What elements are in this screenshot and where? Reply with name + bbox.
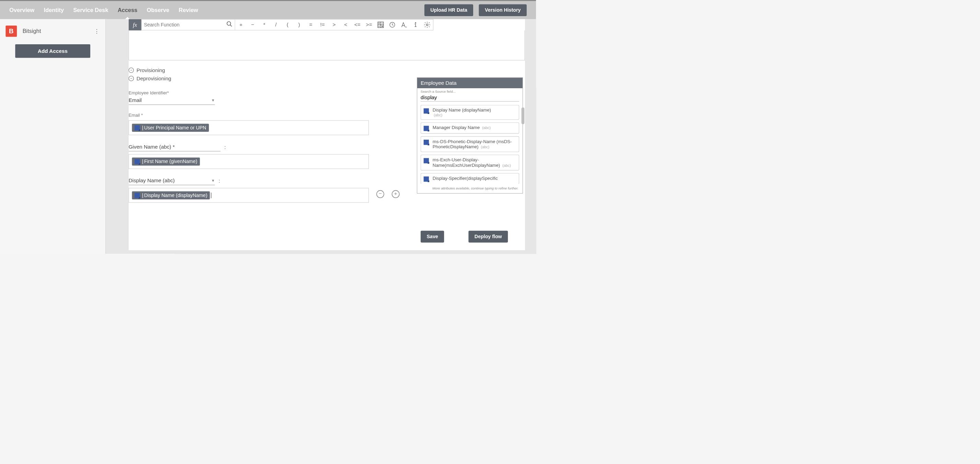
add-mapping-button[interactable]: +	[392, 190, 400, 198]
source-icon	[135, 125, 140, 131]
field-item[interactable]: Manager Display Name (abc)	[421, 123, 519, 134]
deploy-flow-button[interactable]: Deploy flow	[468, 231, 508, 242]
op-multiply[interactable]: *	[258, 22, 270, 28]
source-icon	[424, 108, 429, 113]
op-divide[interactable]: /	[270, 22, 282, 28]
add-access-button[interactable]: Add Access	[15, 44, 90, 57]
op-plus[interactable]: +	[235, 22, 247, 28]
collapse-icon[interactable]: −	[129, 76, 134, 81]
info-icon[interactable]	[410, 21, 422, 28]
kebab-icon[interactable]: ⋮	[94, 28, 100, 34]
app-name: Bitsight	[23, 28, 94, 35]
function-search	[142, 19, 235, 30]
op-eq[interactable]: =	[305, 22, 317, 28]
op-rparen[interactable]: )	[293, 22, 305, 28]
fx-label: fx	[129, 19, 142, 30]
source-search-input[interactable]	[421, 94, 519, 102]
scrollbar-thumb[interactable]	[522, 107, 525, 124]
content-area: fx + − * / ( ) = != > <	[106, 19, 536, 254]
field-item[interactable]: ms-DS-Phonetic-Display-Name (msDS-Phonet…	[421, 136, 519, 152]
source-icon	[135, 159, 140, 164]
formula-textarea[interactable]	[129, 30, 525, 61]
nav-bar: Overview Identity Service Desk Access Ob…	[0, 1, 536, 19]
op-lte[interactable]: <=	[352, 22, 363, 28]
source-icon	[424, 158, 429, 163]
search-function-input[interactable]	[144, 22, 226, 28]
action-row: Save Deploy flow	[421, 231, 508, 242]
field-item[interactable]: Display Name (displayName) (abc)	[421, 105, 519, 120]
display-name-select[interactable]: Display Name (abc) ▼	[129, 176, 215, 185]
op-minus[interactable]: −	[247, 22, 258, 28]
source-icon	[135, 193, 140, 198]
sidebar: B Bitsight ⋮ Add Access	[0, 19, 106, 254]
tab-service-desk[interactable]: Service Desk	[73, 7, 108, 13]
tab-overview[interactable]: Overview	[9, 7, 34, 13]
svg-point-16	[415, 23, 416, 23]
display-name-chip: |Display Name (displayName)	[132, 191, 210, 199]
deprovisioning-label: Deprovisioning	[137, 75, 171, 82]
chevron-down-icon: ▼	[211, 98, 215, 103]
svg-line-1	[230, 25, 232, 26]
tab-access[interactable]: Access	[118, 7, 137, 13]
clock-icon[interactable]	[387, 21, 398, 28]
calc-icon[interactable]	[375, 21, 387, 29]
svg-line-13	[392, 25, 393, 26]
app-icon: B	[5, 26, 17, 37]
formula-bar: fx + − * / ( ) = != > <	[129, 19, 525, 30]
op-lparen[interactable]: (	[282, 22, 293, 28]
tab-observe[interactable]: Observe	[147, 7, 170, 13]
tab-review[interactable]: Review	[179, 7, 198, 13]
given-name-chip: |First Name (givenName)	[132, 158, 200, 166]
version-history-button[interactable]: Version History	[479, 4, 527, 16]
collapse-icon[interactable]: −	[129, 68, 134, 73]
source-icon	[424, 126, 429, 131]
chevron-down-icon: ▼	[211, 179, 215, 183]
text-icon[interactable]	[398, 21, 410, 28]
source-icon	[424, 140, 429, 145]
source-search-label: Search a Source field...	[421, 89, 519, 93]
given-name-select[interactable]: Given Name (abc) *	[129, 143, 221, 152]
emp-id-select[interactable]: Email ▼	[129, 96, 215, 105]
nav-tabs: Overview Identity Service Desk Access Ob…	[9, 7, 424, 13]
svg-point-0	[227, 22, 231, 26]
display-name-input[interactable]: |Display Name (displayName)	[129, 188, 369, 203]
email-input[interactable]: |User Principal Name or UPN	[129, 120, 369, 135]
field-item[interactable]: ms-Exch-User-Display-Name(msExchUserDisp…	[421, 155, 519, 171]
search-icon[interactable]	[226, 21, 233, 29]
op-lt[interactable]: <	[340, 22, 352, 28]
op-neq[interactable]: !=	[317, 22, 328, 28]
source-icon	[424, 176, 429, 182]
panel-title: Employee Data	[417, 78, 523, 88]
op-gte[interactable]: >=	[363, 22, 375, 28]
op-gt[interactable]: >	[328, 22, 340, 28]
given-name-input[interactable]: |First Name (givenName)	[129, 154, 369, 169]
field-list: Display Name (displayName) (abc) Manager…	[421, 105, 519, 187]
text-cursor	[211, 193, 212, 198]
provisioning-row: − Provisioning	[129, 66, 525, 75]
provisioning-label: Provisioning	[137, 67, 165, 73]
remove-mapping-button[interactable]: −	[376, 190, 384, 198]
app-row[interactable]: B Bitsight ⋮	[4, 24, 102, 39]
gear-icon[interactable]	[422, 21, 433, 29]
operator-toolbar: + − * / ( ) = != > < <= >=	[235, 19, 433, 30]
more-hint: More attributes available, continue typi…	[421, 187, 519, 190]
field-item[interactable]: Display-Specifier(displaySpecific	[421, 173, 519, 184]
upload-hr-data-button[interactable]: Upload HR Data	[425, 4, 473, 16]
email-chip: |User Principal Name or UPN	[132, 124, 209, 132]
employee-data-panel: Employee Data Search a Source field... D…	[417, 77, 523, 194]
svg-point-20	[426, 24, 428, 26]
save-button[interactable]: Save	[421, 231, 444, 242]
tab-identity[interactable]: Identity	[44, 7, 64, 13]
